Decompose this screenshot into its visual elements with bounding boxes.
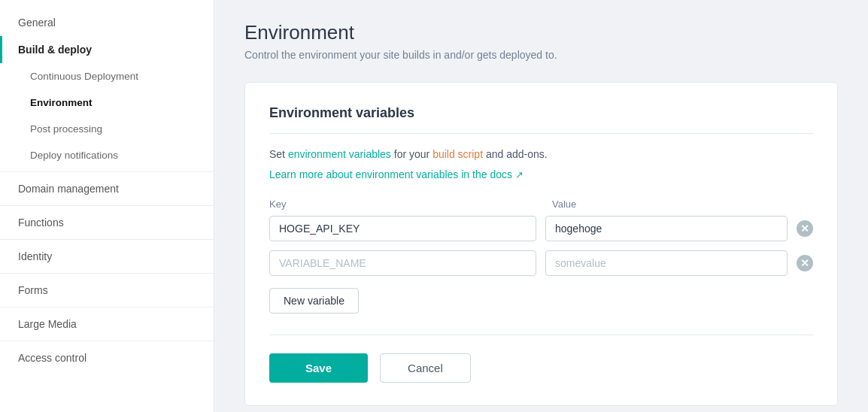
card-description: Set environment variables for your build…	[269, 146, 813, 162]
value-input-1[interactable]	[545, 216, 788, 241]
key-input-1[interactable]	[269, 216, 536, 241]
environment-variables-card: Environment variables Set environment va…	[244, 82, 838, 406]
variable-row-1: ✕	[269, 216, 813, 241]
sidebar-item-continuous-deployment[interactable]: Continuous Deployment	[0, 63, 214, 89]
card-title: Environment variables	[269, 105, 813, 134]
cancel-button[interactable]: Cancel	[380, 353, 471, 383]
description-middle: for your	[391, 148, 432, 160]
action-buttons: Save Cancel	[269, 353, 813, 383]
description-plain: Set	[269, 148, 288, 160]
divider-2	[0, 205, 214, 206]
variable-row-2: ✕	[269, 250, 813, 276]
divider-5	[0, 307, 214, 307]
sidebar-item-domain-management[interactable]: Domain management	[0, 175, 214, 202]
sidebar-item-post-processing[interactable]: Post processing	[0, 116, 214, 142]
value-input-2[interactable]	[545, 250, 788, 276]
sidebar-item-access-control[interactable]: Access control	[0, 344, 214, 371]
divider-1	[0, 171, 214, 172]
description-end: and add-ons.	[483, 148, 548, 160]
external-link-icon: ↗	[515, 169, 524, 180]
remove-row-2-button[interactable]: ✕	[797, 255, 813, 271]
field-labels: Key Value	[269, 198, 813, 210]
key-label: Key	[269, 198, 540, 210]
value-label: Value	[552, 198, 813, 210]
build-script-link[interactable]: build script	[432, 148, 483, 160]
sidebar-item-large-media[interactable]: Large Media	[0, 311, 214, 338]
page-title: Environment	[244, 21, 838, 44]
divider-3	[0, 239, 214, 240]
save-button[interactable]: Save	[269, 353, 368, 383]
divider-6	[0, 341, 214, 341]
sidebar-item-build-deploy[interactable]: Build & deploy	[0, 36, 214, 63]
sidebar: General Build & deploy Continuous Deploy…	[0, 0, 214, 412]
main-content: Environment Control the environment your…	[214, 0, 868, 412]
learn-more-link[interactable]: Learn more about environment variables i…	[269, 168, 524, 180]
form-divider	[269, 335, 813, 335]
sidebar-item-deploy-notifications[interactable]: Deploy notifications	[0, 142, 214, 168]
remove-row-1-button[interactable]: ✕	[797, 220, 813, 237]
divider-4	[0, 273, 214, 274]
sidebar-item-general[interactable]: General	[0, 9, 214, 36]
page-subtitle: Control the environment your site builds…	[244, 49, 838, 61]
learn-more-text: Learn more about environment variables i…	[269, 168, 512, 180]
key-input-2[interactable]	[269, 250, 536, 276]
sidebar-item-environment[interactable]: Environment	[0, 89, 214, 116]
sidebar-item-identity[interactable]: Identity	[0, 243, 214, 270]
new-variable-button[interactable]: New variable	[269, 288, 359, 314]
sidebar-item-forms[interactable]: Forms	[0, 277, 214, 304]
env-vars-link[interactable]: environment variables	[288, 148, 391, 160]
sidebar-item-functions[interactable]: Functions	[0, 209, 214, 236]
